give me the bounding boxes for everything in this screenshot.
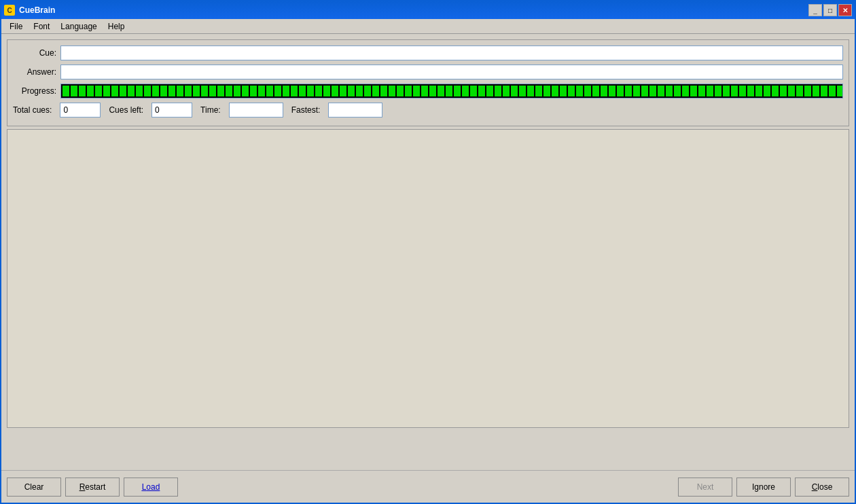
progress-segment <box>609 86 616 96</box>
maximize-button[interactable]: □ <box>823 4 837 16</box>
progress-segment <box>674 86 681 96</box>
time-input[interactable] <box>229 103 283 118</box>
progress-segment <box>698 86 705 96</box>
progress-label: Progress: <box>13 86 60 96</box>
title-bar-left: C CueBrain <box>4 5 55 16</box>
progress-segment <box>234 86 240 96</box>
progress-segment <box>103 86 110 96</box>
ignore-button[interactable]: Ignore <box>736 478 791 497</box>
progress-segment <box>486 86 493 96</box>
progress-segment <box>478 86 485 96</box>
progress-segment <box>543 86 550 96</box>
menu-bar: File Font Language Help <box>1 19 855 34</box>
progress-segment <box>519 86 526 96</box>
total-cues-input[interactable] <box>60 103 101 118</box>
progress-segment <box>291 86 298 96</box>
progress-segment <box>633 86 640 96</box>
next-button[interactable]: Next <box>678 478 732 497</box>
progress-segment <box>576 86 583 96</box>
progress-segment <box>332 86 338 96</box>
app-close-button[interactable]: Close <box>795 478 849 497</box>
button-bar-right: Next Ignore Close <box>678 478 849 497</box>
progress-segment <box>666 86 673 96</box>
progress-segment <box>649 86 656 96</box>
progress-segment <box>821 86 827 96</box>
stats-row: Total cues: Cues left: Time: Fastest: <box>13 103 843 118</box>
progress-segment <box>421 86 428 96</box>
progress-segment <box>168 86 175 96</box>
progress-segment <box>658 86 664 96</box>
close-window-button[interactable]: ✕ <box>838 4 852 16</box>
progress-segment <box>185 86 192 96</box>
answer-input[interactable] <box>60 65 843 79</box>
progress-segment <box>535 86 542 96</box>
main-window: C CueBrain _ □ ✕ File Font Language Help… <box>0 0 856 504</box>
cues-left-input[interactable] <box>151 103 192 118</box>
progress-segment <box>601 86 607 96</box>
progress-segment <box>372 86 379 96</box>
progress-segment <box>348 86 355 96</box>
cues-left-label: Cues left: <box>109 105 143 115</box>
progress-segment <box>209 86 216 96</box>
progress-segment <box>128 86 135 96</box>
progress-segment <box>755 86 762 96</box>
progress-segment <box>299 86 306 96</box>
progress-segment <box>503 86 510 96</box>
progress-segment <box>739 86 746 96</box>
progress-segment <box>274 86 281 96</box>
restart-button[interactable]: Restart <box>65 478 120 497</box>
progress-segment <box>177 86 183 96</box>
progress-segment <box>307 86 314 96</box>
fastest-input[interactable] <box>328 103 382 118</box>
progress-segment <box>592 86 599 96</box>
progress-segment <box>356 86 363 96</box>
progress-segment <box>772 86 779 96</box>
progress-segment <box>584 86 591 96</box>
progress-bar <box>60 84 843 98</box>
progress-segment <box>731 86 738 96</box>
progress-segment <box>63 86 69 96</box>
progress-segment <box>87 86 94 96</box>
progress-segment <box>780 86 787 96</box>
minimize-button[interactable]: _ <box>808 4 822 16</box>
cue-row: Cue: <box>13 46 843 60</box>
progress-segment <box>707 86 713 96</box>
progress-segment <box>380 86 387 96</box>
progress-segment <box>71 86 77 96</box>
progress-segment <box>201 86 208 96</box>
progress-segment <box>495 86 501 96</box>
menu-help[interactable]: Help <box>103 20 130 33</box>
progress-segment <box>95 86 102 96</box>
progress-segment <box>250 86 257 96</box>
fastest-label: Fastest: <box>291 105 321 115</box>
cue-label: Cue: <box>13 48 60 58</box>
content-area <box>7 129 849 428</box>
cue-input[interactable] <box>60 46 843 60</box>
progress-segment <box>364 86 371 96</box>
progress-segment <box>796 86 803 96</box>
button-bar: Clear Restart Load Next Ignore Close <box>1 470 855 503</box>
progress-segment <box>641 86 648 96</box>
progress-segment <box>560 86 567 96</box>
progress-segment <box>283 86 289 96</box>
progress-segment <box>462 86 469 96</box>
progress-segment <box>217 86 224 96</box>
progress-segment <box>446 86 452 96</box>
progress-segment <box>397 86 404 96</box>
progress-segment <box>829 86 836 96</box>
progress-segment <box>788 86 795 96</box>
progress-segment <box>193 86 200 96</box>
progress-segment <box>552 86 558 96</box>
progress-segment <box>323 86 330 96</box>
menu-language[interactable]: Language <box>55 20 102 33</box>
title-bar: C CueBrain _ □ ✕ <box>1 1 855 19</box>
menu-file[interactable]: File <box>4 20 28 33</box>
menu-font[interactable]: Font <box>28 20 55 33</box>
progress-segment <box>266 86 273 96</box>
progress-segment <box>144 86 151 96</box>
load-button[interactable]: Load <box>124 478 178 497</box>
clear-button[interactable]: Clear <box>7 478 61 497</box>
progress-segment <box>340 86 346 96</box>
progress-segment <box>764 86 770 96</box>
progress-segment <box>389 86 395 96</box>
